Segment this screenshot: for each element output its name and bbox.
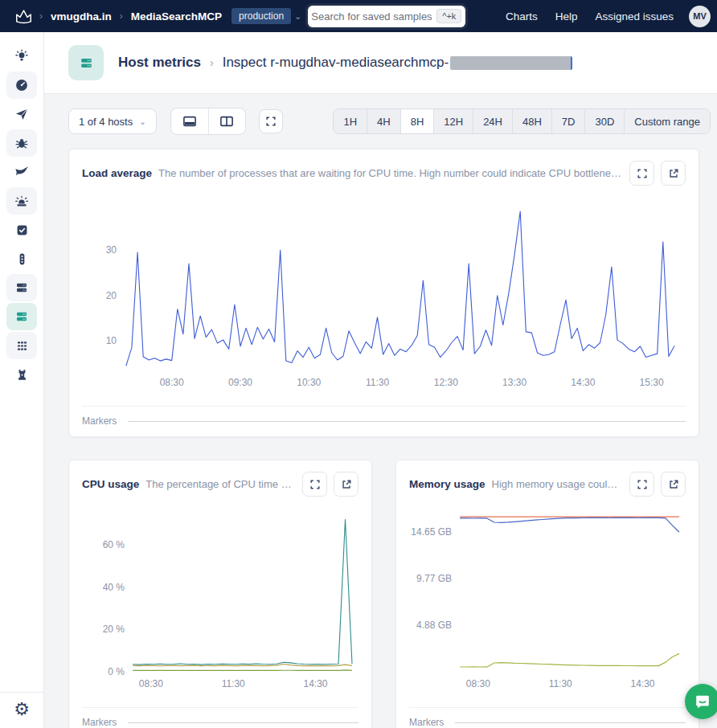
server-stack-icon	[14, 280, 30, 296]
breadcrumb-app[interactable]: MediaSearchMCP	[131, 10, 222, 22]
server-stack-active-icon	[14, 309, 30, 325]
sidebar-item-performance[interactable]	[6, 158, 37, 186]
layout-toggle	[170, 108, 246, 135]
sidebar-item-errors[interactable]	[6, 129, 37, 157]
load-average-chart[interactable]: 10203008:3009:3010:3011:3012:3013:3014:3…	[82, 192, 686, 398]
chevron-right-icon: ›	[210, 56, 214, 69]
breadcrumb-org[interactable]: vmugdha.in	[51, 10, 112, 22]
markers-label: Markers	[82, 415, 117, 427]
svg-text:10: 10	[106, 335, 117, 346]
svg-text:20: 20	[106, 290, 117, 301]
saved-samples-search[interactable]: ^+k	[308, 6, 465, 27]
panel-rows-icon	[182, 115, 197, 128]
card-title: Load average	[82, 167, 152, 179]
content: 1 of 4 hosts ⌄	[44, 94, 717, 728]
panel-columns-icon	[219, 115, 234, 128]
open-in-new-button[interactable]	[661, 161, 686, 186]
grid-table-icon	[14, 338, 30, 354]
svg-text:12:30: 12:30	[434, 377, 458, 388]
fullscreen-button[interactable]	[259, 109, 283, 133]
svg-text:10:30: 10:30	[297, 377, 321, 388]
external-link-icon	[668, 168, 679, 179]
svg-text:15:30: 15:30	[640, 377, 664, 388]
breadcrumb-separator: ›	[120, 10, 123, 22]
cpu-usage-chart[interactable]: 0 %20 %40 %60 %08:3011:3014:30	[82, 503, 358, 699]
sidebar-item-security[interactable]	[6, 361, 37, 388]
host-metrics-tile	[68, 45, 104, 80]
chat-launcher-button[interactable]	[685, 684, 717, 719]
open-in-new-button[interactable]	[334, 472, 358, 497]
sidebar-item-logs[interactable]	[6, 332, 37, 359]
app-logo-icon[interactable]	[13, 6, 35, 26]
siren-icon	[14, 193, 30, 209]
range-12h[interactable]: 12H	[434, 109, 473, 133]
redacted-host-id	[450, 56, 572, 70]
search-input[interactable]	[311, 10, 436, 22]
range-8h[interactable]: 8H	[401, 109, 435, 133]
traffic-light-icon	[14, 252, 30, 267]
avatar[interactable]: MV	[689, 6, 711, 27]
open-in-new-button[interactable]	[661, 472, 686, 497]
nav-link-assigned-issues[interactable]: Assigned issues	[595, 10, 674, 22]
card-header: Load average The number of processes tha…	[82, 161, 686, 186]
range-4h[interactable]: 4H	[367, 109, 401, 133]
bug-icon	[14, 135, 30, 151]
check-square-icon	[14, 223, 30, 238]
chevron-down-icon[interactable]: ⌄	[294, 11, 301, 22]
toolbar: 1 of 4 hosts ⌄	[68, 108, 711, 135]
expand-icon	[637, 479, 648, 490]
expand-chart-button[interactable]	[302, 472, 327, 497]
range-1h[interactable]: 1H	[334, 109, 367, 133]
sidebar-item-deploys[interactable]	[6, 100, 37, 128]
markers-timeline	[128, 722, 358, 723]
markers-timeline	[128, 421, 686, 422]
gear-icon[interactable]: ⚙	[14, 701, 30, 718]
expand-icon	[637, 168, 648, 179]
svg-text:14:30: 14:30	[631, 678, 655, 689]
time-range-group: 1H 4H 8H 12H 24H 48H 7D 30D Custom range	[333, 108, 711, 134]
page-title: Inspect r-mugdhav-mediasearchmcp-	[223, 55, 449, 71]
sidebar-item-insights[interactable]	[6, 43, 37, 70]
svg-text:13:30: 13:30	[502, 377, 526, 388]
range-48h[interactable]: 48H	[513, 109, 552, 133]
sidebar-item-hosts[interactable]	[6, 274, 37, 301]
markers-row: Markers	[82, 707, 358, 728]
breadcrumb-section[interactable]: Host metrics	[118, 55, 201, 71]
layout-columns-button[interactable]	[208, 108, 245, 134]
layout-rows-button[interactable]	[171, 108, 208, 134]
cards-row: CPU usage The percentage of CPU time spe…	[68, 460, 699, 728]
top-navbar: › vmugdha.in › MediaSearchMCP production…	[0, 0, 717, 32]
svg-text:9.77 GB: 9.77 GB	[416, 573, 452, 584]
svg-text:40 %: 40 %	[103, 582, 125, 593]
memory-usage-card: Memory usage High memory usage could ind…	[395, 460, 699, 728]
speedometer-icon	[14, 77, 30, 93]
expand-chart-button[interactable]	[629, 472, 654, 497]
sidebar-item-check-ins[interactable]	[6, 216, 37, 243]
card-title: CPU usage	[82, 478, 139, 490]
main-area: Host metrics › Inspect r-mugdhav-mediase…	[44, 32, 717, 728]
svg-text:11:30: 11:30	[549, 678, 572, 689]
host-selector-dropdown[interactable]: 1 of 4 hosts ⌄	[68, 108, 157, 134]
markers-row: Markers	[82, 406, 686, 427]
svg-text:08:30: 08:30	[160, 377, 184, 388]
markers-timeline	[455, 722, 686, 723]
range-30d[interactable]: 30D	[585, 109, 625, 133]
svg-text:14:30: 14:30	[304, 678, 328, 689]
svg-text:09:30: 09:30	[228, 377, 252, 388]
sidebar-item-anomalies[interactable]	[6, 187, 37, 215]
page-header: Host metrics › Inspect r-mugdhav-mediase…	[44, 32, 717, 94]
range-24h[interactable]: 24H	[473, 109, 513, 133]
expand-chart-button[interactable]	[629, 161, 654, 186]
sidebar-item-host-metrics[interactable]	[6, 303, 37, 330]
nav-link-help[interactable]: Help	[555, 10, 578, 22]
environment-badge[interactable]: production	[231, 8, 291, 24]
range-custom[interactable]: Custom range	[625, 109, 710, 133]
nav-link-charts[interactable]: Charts	[506, 10, 538, 22]
sidebar: ⚙	[0, 32, 44, 728]
host-selector-label: 1 of 4 hosts	[79, 116, 133, 128]
load-average-card: Load average The number of processes tha…	[68, 149, 699, 437]
range-7d[interactable]: 7D	[552, 109, 586, 133]
sidebar-item-uptime[interactable]	[6, 245, 37, 272]
memory-usage-chart[interactable]: 4.88 GB9.77 GB14.65 GB08:3011:3014:30	[409, 503, 686, 699]
sidebar-item-metrics[interactable]	[6, 72, 37, 99]
